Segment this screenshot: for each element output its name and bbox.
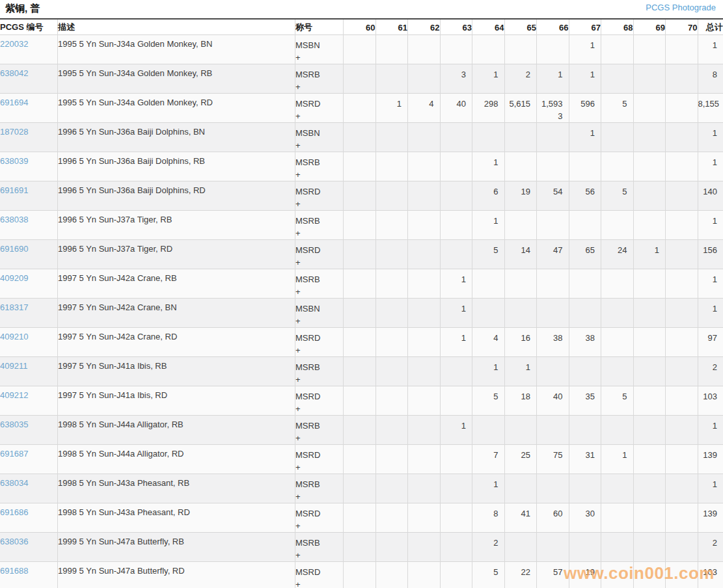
designation-plus-label: +: [295, 490, 343, 503]
grade-64-count-cell: 8: [472, 503, 505, 533]
pcgs-number-link[interactable]: 638038: [0, 215, 28, 224]
pcgs-number-link[interactable]: 691687: [0, 449, 28, 459]
grade-60-count-cell: [344, 240, 376, 269]
col-header-grade-62: 62: [408, 19, 441, 35]
grade-61-count-cell: [375, 445, 408, 474]
grade-68-count-cell: 5: [601, 181, 634, 211]
photograde-link[interactable]: PCGS Photograde: [646, 3, 716, 12]
grade-61-count-cell: [375, 152, 408, 181]
grade-65-count-cell: [504, 299, 537, 328]
grade-70-count-cell: [666, 357, 698, 386]
designation-label: MSRB: [295, 156, 343, 168]
pcgs-number-link[interactable]: 691686: [0, 507, 28, 517]
pcgs-number-link[interactable]: 691690: [0, 244, 28, 254]
designation-cell: MSRB+: [295, 152, 344, 181]
grade-68-count-cell: [601, 328, 634, 357]
designation-label: MSRD: [295, 390, 343, 403]
grade-67-count-cell: [569, 533, 601, 562]
grade-63-count-cell: 3: [440, 64, 472, 94]
grade-67-count-cell: 35: [569, 386, 601, 416]
table-row: 6380421995 5 Yn Sun-J34a Golden Monkey, …: [0, 64, 723, 94]
pcgs-number-cell: 691691: [0, 181, 58, 211]
grade-67-count-cell: [569, 416, 601, 445]
grade-61-count-cell: [375, 562, 408, 588]
pcgs-number-link[interactable]: 409210: [0, 332, 28, 341]
designation-plus-label: +: [295, 139, 343, 152]
grade-69-count-cell: [633, 386, 666, 416]
grade-70-count-cell: [666, 64, 698, 94]
col-header-grade-61: 61: [375, 19, 408, 35]
designation-cell: MSRB+: [295, 416, 344, 445]
pcgs-number-link[interactable]: 638034: [0, 478, 28, 488]
pcgs-number-cell: 638035: [0, 416, 58, 445]
pcgs-number-cell: 409209: [0, 269, 58, 299]
grade-64-count-cell: 2: [472, 533, 505, 562]
table-row: 6916941995 5 Yn Sun-J34a Golden Monkey, …: [0, 94, 723, 123]
pcgs-number-link[interactable]: 691691: [0, 185, 28, 195]
col-header-description: 描述: [58, 19, 295, 35]
grade-61-count-cell: [375, 299, 408, 328]
pcgs-number-cell: 691686: [0, 503, 58, 533]
pcgs-number-link[interactable]: 409211: [0, 361, 27, 371]
coin-description: 1995 5 Yn Sun-J34a Golden Monkey, RD: [58, 94, 295, 123]
designation-plus-label: +: [295, 373, 343, 386]
pcgs-number-cell: 638042: [0, 64, 58, 94]
grade-70-count-cell: [666, 503, 698, 533]
table-row: 2200321995 5 Yn Sun-J34a Golden Monkey, …: [0, 35, 723, 64]
grade-64-count-cell: 1: [472, 152, 505, 181]
pcgs-number-link[interactable]: 638039: [0, 156, 28, 166]
pcgs-number-link[interactable]: 409209: [0, 273, 28, 283]
pcgs-number-link[interactable]: 187028: [0, 127, 28, 137]
designation-plus-label: +: [295, 432, 343, 444]
grade-67-count-cell: 19: [569, 562, 601, 588]
grade-66-count-cell: [537, 416, 569, 445]
designation-cell: MSRD+: [295, 386, 344, 416]
pcgs-number-cell: 618317: [0, 299, 58, 328]
grade-70-count-cell: [666, 152, 698, 181]
grade-67-count-cell: 30: [569, 503, 601, 533]
grade-70-count-cell: [666, 299, 698, 328]
grade-69-count-cell: [633, 123, 666, 152]
pcgs-number-link[interactable]: 409212: [0, 390, 28, 400]
grade-61-count-cell: [375, 357, 408, 386]
grade-68-count-cell: [601, 503, 634, 533]
grade-65-count-cell: [504, 35, 537, 64]
grade-66-count-cell: 75: [537, 445, 569, 474]
pcgs-number-link[interactable]: 220032: [0, 39, 28, 49]
grade-62-count-cell: [408, 503, 441, 533]
designation-plus-label: +: [295, 549, 343, 561]
table-row: 4092111997 5 Yn Sun-J41a Ibis, RBMSRB+11…: [0, 357, 723, 386]
grade-65-count-cell: 2: [504, 64, 537, 94]
grade-65-count-cell: [504, 474, 537, 503]
table-row: 6916901996 5 Yn Sun-J37a Tiger, RDMSRD+5…: [0, 240, 723, 269]
grade-62-count-cell: 4: [408, 94, 441, 123]
pcgs-number-link[interactable]: 638035: [0, 420, 28, 429]
grade-61-count-cell: [375, 474, 408, 503]
top-bar: 紫铜, 普 PCGS Photograde: [0, 0, 723, 18]
pcgs-number-link[interactable]: 618317: [0, 302, 28, 312]
designation-label: MSBN: [295, 39, 343, 51]
pcgs-number-link[interactable]: 638042: [0, 68, 28, 78]
grade-69-count-cell: [633, 211, 666, 240]
pcgs-number-link[interactable]: 691694: [0, 98, 28, 107]
grade-70-count-cell: [666, 240, 698, 269]
grade-66-count-cell: [537, 269, 569, 299]
grade-64-count-cell: [472, 269, 505, 299]
pcgs-number-cell: 187028: [0, 123, 58, 152]
grade-70-count-cell: [666, 35, 698, 64]
grade-67-count-cell: [569, 474, 601, 503]
col-header-pcgs-id: PCGS 编号: [0, 19, 58, 35]
total-count-cell: 8,155: [698, 94, 723, 123]
table-row: 6916871998 5 Yn Sun-J44a Alligator, RDMS…: [0, 445, 723, 474]
designation-plus-label: +: [295, 286, 343, 298]
pcgs-number-link[interactable]: 691688: [0, 566, 28, 576]
grade-61-count-cell: [375, 386, 408, 416]
grade-61-count-cell: [375, 503, 408, 533]
pcgs-number-link[interactable]: 638036: [0, 537, 28, 546]
grade-64-count-cell: [472, 123, 505, 152]
designation-cell: MSBN+: [295, 35, 344, 64]
grade-62-count-cell: [408, 35, 441, 64]
col-header-grade-70: 70: [666, 19, 698, 35]
grade-61-count-cell: [375, 328, 408, 357]
grade-63-count-cell: 1: [440, 299, 472, 328]
